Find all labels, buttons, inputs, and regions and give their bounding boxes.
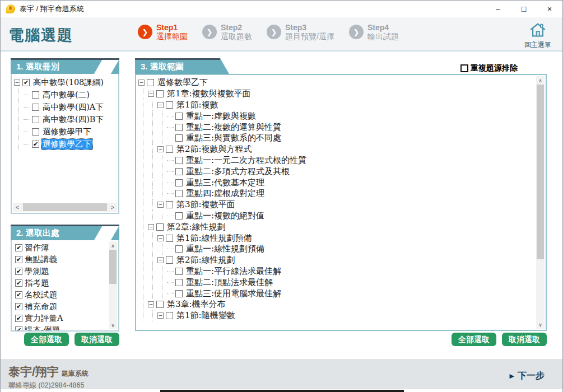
source-item-label[interactable]: 名校試題 (25, 290, 57, 300)
source-select-all-button[interactable]: 全部選取 (24, 333, 69, 346)
range-select-all-button[interactable]: 全部選取 (452, 333, 496, 346)
scroll-up-icon[interactable]: ∧ (536, 76, 545, 85)
tree-item-label[interactable]: 重點二:頂點法求最佳解 (185, 277, 274, 288)
tree-item-label[interactable]: 重點二:複數的運算與性質 (185, 122, 282, 133)
scroll-down-icon[interactable]: ∨ (109, 321, 117, 329)
scrollbar-thumb[interactable] (109, 250, 117, 284)
tree-item-label[interactable]: 重點一:平行線法求最佳解 (185, 266, 282, 277)
tree-item-label[interactable]: 第2章:線性規劃 (166, 222, 227, 232)
tree-checkbox[interactable] (32, 104, 39, 111)
source-checkbox[interactable]: ✔ (15, 268, 22, 275)
tree-item-label[interactable]: 重點三:與實數系的不同處 (185, 133, 282, 143)
tree-checkbox[interactable] (32, 128, 39, 136)
range-vertical-scrollbar[interactable]: ∧ ∨ (536, 76, 545, 329)
source-item-label[interactable]: 學測題 (25, 266, 49, 277)
tree-checkbox[interactable] (175, 212, 183, 220)
tree-expander-icon[interactable]: − (148, 91, 154, 97)
tree-checkbox[interactable] (175, 179, 183, 186)
source-deselect-all-button[interactable]: 取消選取 (75, 333, 119, 346)
tree-checkbox[interactable] (32, 116, 39, 123)
dedupe-checkbox[interactable] (460, 64, 468, 72)
source-item-label[interactable]: 指考題 (25, 278, 49, 288)
source-checkbox[interactable]: ✔ (15, 279, 22, 287)
scroll-left-icon[interactable]: < (13, 203, 22, 212)
tree-checkbox[interactable]: ✔ (32, 141, 39, 148)
tree-expander-icon[interactable]: − (157, 257, 164, 263)
tree-checkbox[interactable] (175, 168, 183, 175)
tree-checkbox[interactable] (147, 79, 154, 86)
source-checkbox[interactable]: ✔ (15, 326, 22, 332)
tree-checkbox[interactable] (175, 245, 183, 253)
source-item-label[interactable]: 焦點講義 (25, 254, 57, 265)
tree-expander-icon[interactable]: − (157, 312, 164, 319)
range-deselect-all-button[interactable]: 取消選取 (502, 333, 547, 346)
tree-item-label[interactable]: 重點一:虛數與複數 (185, 111, 257, 122)
tree-checkbox[interactable] (166, 101, 173, 109)
tree-item-label[interactable]: 選修數學乙下 (41, 139, 92, 150)
tree-checkbox[interactable] (166, 201, 173, 208)
tree-expander-icon[interactable]: − (14, 80, 20, 86)
tree-checkbox[interactable] (175, 290, 183, 297)
tree-checkbox[interactable] (175, 113, 183, 120)
source-item-label[interactable]: 課本-例題 (25, 325, 60, 332)
tree-item-label[interactable]: 重點四:虛根成對定理 (185, 188, 266, 199)
tree-item-label[interactable]: 重點二:多項式方程式及其根 (185, 166, 291, 177)
booklet-horizontal-scrollbar[interactable]: < > (13, 203, 117, 212)
scroll-down-icon[interactable]: ∨ (536, 320, 545, 329)
tree-item-label[interactable]: 重點三:使用電腦求最佳解 (185, 288, 282, 299)
tree-checkbox[interactable] (175, 190, 183, 197)
tree-checkbox[interactable]: ✔ (22, 79, 30, 86)
tree-item-label[interactable]: 第1章:複數與複數平面 (166, 88, 252, 99)
source-checkbox[interactable]: ✔ (15, 291, 22, 298)
tree-item-label[interactable]: 高中數學(四)A下 (41, 102, 105, 113)
dedupe-option[interactable]: 重複題源排除 (460, 63, 518, 73)
tree-checkbox[interactable] (175, 279, 183, 286)
tree-checkbox[interactable] (166, 146, 173, 153)
tree-expander-icon[interactable]: − (148, 301, 154, 307)
minimize-button[interactable]: – (485, 1, 511, 17)
source-item-label[interactable]: 實力評量A (25, 313, 63, 324)
tree-checkbox[interactable] (175, 268, 183, 275)
tree-item-label[interactable]: 第1節:線性規劃預備 (175, 233, 253, 244)
source-checkbox[interactable]: ✔ (15, 244, 22, 251)
tree-item-label[interactable]: 第1節:隨機變數 (175, 310, 236, 321)
close-button[interactable]: × (537, 1, 562, 17)
tree-expander-icon[interactable]: − (157, 202, 164, 208)
tree-checkbox[interactable] (175, 157, 183, 164)
tree-checkbox[interactable] (156, 223, 164, 231)
scroll-up-icon[interactable]: ∧ (109, 241, 117, 250)
home-button[interactable]: 回主選單 (521, 22, 555, 50)
tree-checkbox[interactable] (156, 90, 164, 97)
tree-item-label[interactable]: 高中數學(108課綱) (32, 77, 105, 88)
tree-expander-icon[interactable]: − (148, 224, 154, 230)
scrollbar-thumb[interactable] (23, 203, 107, 211)
tree-checkbox[interactable] (175, 134, 183, 142)
source-checkbox[interactable]: ✔ (15, 303, 22, 310)
source-item-label[interactable]: 習作簿 (25, 242, 49, 253)
tree-expander-icon[interactable]: − (157, 102, 164, 108)
tree-item-label[interactable]: 高中數學(二) (41, 90, 91, 100)
source-checkbox[interactable]: ✔ (15, 256, 22, 263)
scroll-right-icon[interactable]: > (108, 203, 117, 212)
tree-expander-icon[interactable]: − (138, 80, 145, 86)
source-item-label[interactable]: 補充命題 (25, 301, 57, 312)
maximize-button[interactable]: □ (511, 1, 537, 17)
tree-checkbox[interactable] (175, 124, 183, 131)
tree-expander-icon[interactable]: − (157, 146, 164, 152)
tree-item-label[interactable]: 重點一:線性規劃預備 (185, 244, 266, 254)
tree-item-label[interactable]: 第3節:複數平面 (175, 199, 236, 210)
tree-checkbox[interactable] (32, 91, 39, 99)
tree-checkbox[interactable] (166, 312, 173, 319)
tree-checkbox[interactable] (156, 301, 164, 308)
tree-item-label[interactable]: 重點一:複數的絕對值 (185, 211, 266, 221)
tree-checkbox[interactable] (166, 256, 173, 264)
tree-expander-icon[interactable]: − (157, 235, 164, 241)
tree-checkbox[interactable] (166, 235, 173, 242)
tree-item-label[interactable]: 重點一:一元二次方程式根的性質 (185, 155, 308, 166)
source-checkbox[interactable]: ✔ (15, 315, 22, 322)
tree-item-label[interactable]: 高中數學(四)B下 (41, 114, 105, 125)
tree-item-label[interactable]: 重點三:代數基本定理 (185, 178, 266, 188)
tree-item-label[interactable]: 選修數學乙下 (156, 77, 209, 88)
next-step-button[interactable]: ▶ 下一步 (510, 370, 545, 382)
tree-item-label[interactable]: 第2節:線性規劃 (175, 255, 236, 265)
